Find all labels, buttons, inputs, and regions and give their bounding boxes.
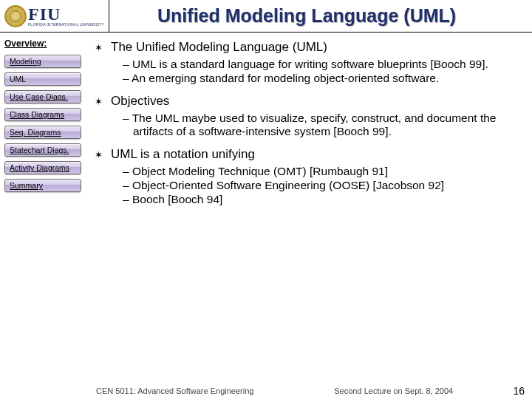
- list-item: Object Modeling Technique (OMT) [Rumbaug…: [123, 165, 513, 178]
- footer-course: CEN 5011: Advanced Software Engineering: [96, 386, 253, 395]
- list-item: UML is a standard language for writing s…: [123, 58, 513, 71]
- header-divider: [109, 0, 109, 32]
- body: Overview: Modeling UML Use Case Diags. C…: [0, 33, 532, 384]
- footer: CEN 5011: Advanced Software Engineering …: [0, 384, 532, 399]
- sidebar-item-statechart[interactable]: Statechart Diags.: [4, 143, 81, 157]
- sidebar-item-activity[interactable]: Activity Diagrams: [4, 161, 81, 174]
- list-item: The UML maybe used to visualize, specify…: [123, 112, 513, 138]
- page-number: 16: [504, 385, 525, 397]
- sidebar: Overview: Modeling UML Use Case Diags. C…: [0, 33, 86, 384]
- sub-list: The UML maybe used to visualize, specify…: [123, 112, 513, 138]
- sidebar-item-uml[interactable]: UML: [4, 72, 81, 86]
- bullet-title: UML is a notation unifying: [111, 147, 255, 162]
- logo: FIU FLORIDA INTERNATIONAL UNIVERSITY: [4, 5, 104, 27]
- sub-list: UML is a standard language for writing s…: [123, 58, 513, 85]
- list-item: Booch [Booch 94]: [123, 193, 513, 206]
- star-bullet-icon: ✶: [93, 40, 103, 56]
- logo-text: FIU: [28, 5, 104, 23]
- bullet-title: The Unified Modeling Language (UML): [111, 40, 327, 55]
- page-title: Unified Modeling Language (UML): [115, 5, 528, 27]
- sub-list: Object Modeling Technique (OMT) [Rumbaug…: [123, 165, 513, 206]
- sidebar-item-class-diagrams[interactable]: Class Diagrams: [4, 108, 81, 121]
- sidebar-heading: Overview:: [4, 38, 81, 49]
- university-seal-icon: [4, 5, 27, 27]
- sidebar-item-use-case[interactable]: Use Case Diags.: [4, 90, 81, 103]
- star-bullet-icon: ✶: [93, 94, 103, 110]
- header: FIU FLORIDA INTERNATIONAL UNIVERSITY Uni…: [0, 0, 532, 33]
- bullet-item: ✶ UML is a notation unifying Object Mode…: [93, 147, 513, 206]
- sidebar-item-summary[interactable]: Summary: [4, 179, 81, 192]
- star-bullet-icon: ✶: [93, 147, 103, 163]
- list-item: Object-Oriented Software Engineering (OO…: [123, 179, 513, 192]
- sidebar-item-seq-diagrams[interactable]: Seq. Diagrams: [4, 126, 81, 139]
- logo-text-box: FIU FLORIDA INTERNATIONAL UNIVERSITY: [28, 5, 104, 27]
- logo-subtext: FLORIDA INTERNATIONAL UNIVERSITY: [28, 23, 104, 27]
- bullet-item: ✶ The Unified Modeling Language (UML) UM…: [93, 40, 513, 85]
- footer-lecture: Second Lecture on Sept. 8, 2004: [253, 386, 504, 395]
- bullet-title: Objectives: [111, 94, 169, 109]
- content: ✶ The Unified Modeling Language (UML) UM…: [86, 33, 532, 384]
- bullet-item: ✶ Objectives The UML maybe used to visua…: [93, 94, 513, 138]
- list-item: An emerging standard for modeling object…: [123, 72, 513, 85]
- sidebar-item-modeling[interactable]: Modeling: [4, 55, 81, 68]
